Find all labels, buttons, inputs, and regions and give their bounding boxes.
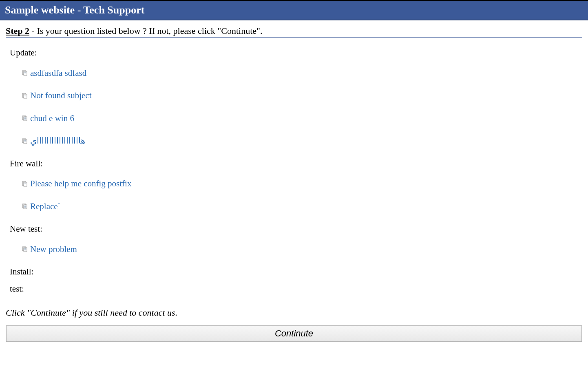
document-icon: [22, 138, 28, 144]
category-title: test:: [10, 283, 582, 296]
topic-link[interactable]: chud e win 6: [30, 112, 74, 125]
topic-link[interactable]: Replace`: [30, 200, 61, 213]
topic-list: New problem: [22, 243, 582, 256]
svg-rect-31: [24, 248, 27, 252]
topic-link[interactable]: New problem: [30, 243, 77, 256]
svg-rect-11: [24, 117, 27, 121]
svg-rect-21: [24, 182, 27, 186]
step-prompt: Step 2 - Is your question listed below ?…: [6, 26, 582, 38]
document-icon: [22, 203, 28, 209]
step-text: Is your question listed below ? If not, …: [37, 26, 262, 36]
step-separator: -: [29, 26, 37, 36]
page-title: Sample website - Tech Support: [0, 1, 588, 20]
hint-text: Click "Continute" if you still need to c…: [6, 307, 582, 318]
list-item: chud e win 6: [22, 112, 582, 125]
document-icon: [22, 115, 28, 121]
step-label: Step 2: [6, 26, 29, 36]
list-item: Replace`: [22, 200, 582, 213]
svg-rect-6: [24, 94, 27, 98]
document-icon: [22, 246, 28, 252]
category-title: Fire wall:: [10, 157, 582, 170]
topic-link[interactable]: Please help me config postfix: [30, 177, 131, 190]
document-icon: [22, 93, 28, 99]
list-item: Not found subject: [22, 89, 582, 102]
topic-link[interactable]: Not found subject: [30, 89, 91, 102]
list-item: Please help me config postfix: [22, 177, 582, 190]
category-section: Fire wall:Please help me config postfixR…: [10, 157, 582, 213]
category-section: Install:: [10, 265, 582, 279]
svg-rect-16: [24, 139, 27, 144]
continue-button[interactable]: Continute: [6, 325, 582, 342]
topic-link[interactable]: asdfasdfa sdfasd: [30, 67, 86, 80]
category-section: test:: [10, 283, 582, 296]
list-item: asdfasdfa sdfasd: [22, 67, 582, 80]
category-section: Update:asdfasdfa sdfasdNot found subject…: [10, 46, 582, 148]
category-title: New test:: [10, 223, 582, 236]
category-title: Install:: [10, 265, 582, 279]
topic-link[interactable]: هااااااااااااااااااي: [30, 135, 85, 148]
list-item: New problem: [22, 243, 582, 256]
category-title: Update:: [10, 46, 582, 60]
category-section: New test:New problem: [10, 223, 582, 256]
document-icon: [22, 70, 28, 76]
svg-rect-26: [24, 205, 27, 209]
topic-list: Please help me config postfixReplace`: [22, 177, 582, 213]
topic-list: asdfasdfa sdfasdNot found subjectchud e …: [22, 67, 582, 148]
svg-rect-1: [24, 71, 27, 75]
list-item: هااااااااااااااااااي: [22, 135, 582, 148]
document-icon: [22, 181, 28, 187]
